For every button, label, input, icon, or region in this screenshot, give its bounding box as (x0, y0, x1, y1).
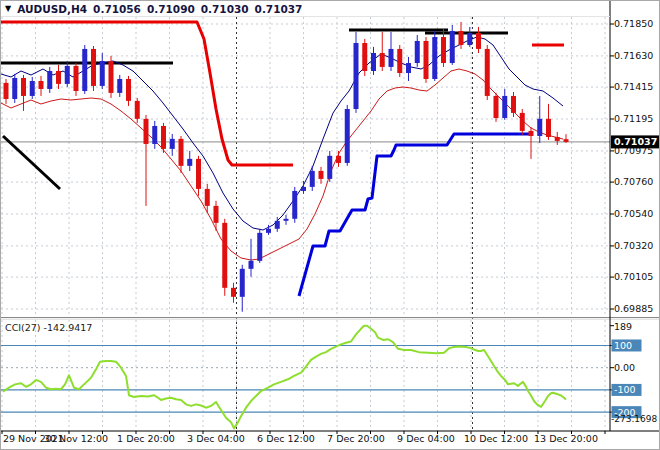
x-axis-label: 6 Dec 12:00 (257, 433, 315, 444)
symbol-period-label: AUDUSD,H4 (17, 3, 87, 15)
y-axis-label: 0.71630 (614, 50, 653, 61)
y-axis-label: 0.70760 (614, 176, 653, 187)
cci-zero-label: 0.00 (614, 362, 635, 373)
y-axis-label: 0.70320 (614, 240, 653, 251)
x-axis-label: 1 Dec 20:00 (117, 433, 175, 444)
y-axis-label: 0.70105 (614, 271, 653, 282)
current-price-marker: 0.71037 (611, 135, 660, 148)
y-axis-label: 0.71195 (614, 113, 653, 124)
support-step-line (299, 134, 531, 296)
x-axis-label: 13 Dec 20:00 (534, 433, 598, 444)
title-open-value: 0.71056 (93, 3, 141, 15)
cci-max-label: 189 (614, 321, 632, 332)
cci-name: CCI(27) (5, 322, 41, 333)
cci-value: -142.9417 (44, 322, 93, 333)
cci-min-label: -273.1698 (611, 414, 657, 424)
title-high-value: 0.71090 (147, 3, 195, 15)
chart-canvas[interactable]: 0.718500.716300.714150.711950.709750.707… (1, 1, 660, 450)
x-axis-label: 10 Dec 12:00 (464, 433, 528, 444)
x-axis-label: 3 Dec 04:00 (187, 433, 245, 444)
cci-line (3, 326, 566, 429)
chart-window: ▼ AUDUSD,H4 0.71056 0.71090 0.71030 0.71… (0, 0, 660, 450)
descending-trendline (3, 136, 60, 189)
cci-axis-labels: 1890.00100-100-200-273.1698 (611, 321, 657, 424)
y-axis-label: 0.70540 (614, 208, 653, 219)
cci-level-label: 100 (614, 340, 632, 351)
y-axis-label: 0.71850 (614, 18, 653, 29)
title-low-value: 0.71030 (201, 3, 249, 15)
x-axis-labels: 29 Nov 202130 Nov 12:001 Dec 20:003 Dec … (3, 433, 598, 444)
x-axis-label: 30 Nov 12:00 (44, 433, 108, 444)
y-axis-label: 0.71415 (614, 81, 653, 92)
cci-level-label: -100 (614, 384, 636, 395)
x-axis-label: 9 Dec 04:00 (397, 433, 455, 444)
y-axis-labels: 0.718500.716300.714150.711950.709750.707… (614, 18, 653, 314)
cci-indicator-label: CCI(27) -142.9417 (5, 322, 92, 333)
y-axis-label: 0.69885 (614, 303, 653, 314)
title-close-value: 0.71037 (255, 3, 303, 15)
candles-layer (4, 22, 569, 312)
symbol-dropdown-icon[interactable]: ▼ (5, 4, 11, 13)
x-axis-label: 7 Dec 20:00 (327, 433, 385, 444)
cci-level-lines (1, 345, 610, 412)
current-price-label: 0.71037 (614, 136, 657, 147)
chart-title-bar: ▼ AUDUSD,H4 0.71056 0.71090 0.71030 0.71… (1, 1, 660, 16)
